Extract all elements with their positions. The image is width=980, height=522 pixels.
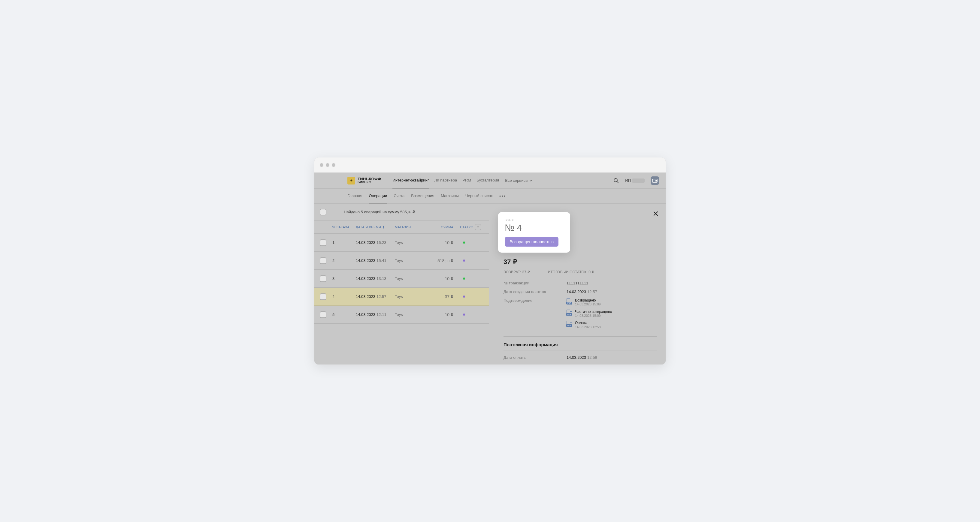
summary-prefix: Найдено 5 операций на сумму 585, — [344, 210, 408, 214]
table-row[interactable]: 2 14.03.202315:41 Toys 518,99 ₽ — [314, 252, 489, 270]
subnav-operations[interactable]: Операции — [369, 189, 387, 203]
subnav-blacklist[interactable]: Черный список — [465, 189, 493, 203]
refund-total: ВОЗВРАТ: 37 ₽ — [504, 270, 530, 274]
window-dot-max[interactable] — [332, 163, 336, 167]
close-detail-button[interactable] — [652, 210, 659, 217]
doc-item[interactable]: Оплата 14.03.2023 12:58 — [566, 321, 612, 329]
row-checkbox[interactable] — [320, 311, 326, 318]
status-dot-icon — [463, 295, 465, 298]
search-icon — [613, 178, 619, 183]
doc-item[interactable]: Частично возвращено 14.03.2023 15:09 — [566, 309, 612, 318]
subnav-home[interactable]: Главная — [347, 189, 362, 203]
doc-timestamp: 14.03.2023 15:09 — [575, 314, 612, 318]
logo[interactable]: ✦ ТИНЬКОФФ БИЗНЕС — [347, 177, 381, 184]
row-checkbox[interactable] — [320, 294, 326, 300]
logo-line-2: БИЗНЕС — [358, 181, 381, 184]
row-checkbox[interactable] — [320, 275, 326, 282]
status-dot-icon — [463, 278, 465, 279]
table-row[interactable]: 4 14.03.202312:57 Toys 37 ₽ — [314, 288, 489, 306]
close-icon — [653, 211, 659, 216]
cell-sum: 10 ₽ — [425, 312, 453, 317]
order-summary-card: заказ № 4 Возвращен полностью — [498, 212, 570, 252]
sub-nav: Главная Операции Счета Возмещения Магази… — [314, 189, 666, 204]
cell-order: 1 — [332, 240, 356, 245]
col-status: СТАТУС — [453, 224, 484, 230]
search-button[interactable] — [613, 178, 619, 184]
logo-text: ТИНЬКОФФ БИЗНЕС — [358, 177, 381, 184]
cell-status — [453, 295, 484, 298]
svg-line-1 — [617, 181, 618, 183]
kv-confirm-label: Подтверждение — [504, 298, 566, 303]
nav-prm[interactable]: PRM — [462, 173, 471, 189]
pdf-icon — [566, 321, 572, 327]
col-date[interactable]: ДАТА И ВРЕМЯ ▲▼ — [356, 225, 395, 229]
col-shop[interactable]: МАГАЗИН — [395, 225, 425, 229]
doc-title: Возвращено — [575, 298, 601, 302]
nav-accounting[interactable]: Бухгалтерия — [476, 173, 499, 189]
cell-date: 14.03.202315:41 — [356, 258, 395, 263]
body-split: Найдено 5 операций на сумму 585,99 ₽ № З… — [314, 204, 666, 365]
window-dot-min[interactable] — [326, 163, 329, 167]
status-filter-dropdown[interactable] — [475, 224, 481, 230]
cell-status — [453, 278, 484, 279]
kv-txn-value: 1111111111 — [566, 281, 588, 285]
payment-info-title: Платежная информация — [504, 342, 657, 347]
order-amount: 37 ₽ — [504, 258, 657, 266]
doc-timestamp: 14.03.2023 15:09 — [575, 302, 601, 306]
row-checkbox[interactable] — [320, 240, 326, 246]
status-dot-icon — [463, 241, 465, 244]
subnav-shops[interactable]: Магазины — [441, 189, 459, 203]
order-label: заказ — [505, 217, 563, 222]
subnav-refunds[interactable]: Возмещения — [411, 189, 434, 203]
app-content: ✦ ТИНЬКОФФ БИЗНЕС Интернет-эквайринг ЛК … — [314, 173, 666, 365]
kv-transaction: № транзакции 1111111111 — [504, 281, 657, 285]
doc-timestamp: 14.03.2023 12:58 — [575, 325, 601, 329]
order-detail-panel: заказ № 4 Возвращен полностью 37 ₽ ВОЗВР… — [489, 204, 666, 365]
user-label[interactable]: ИП — [625, 178, 644, 183]
col-status-label[interactable]: СТАТУС — [460, 225, 473, 229]
nav-all-services[interactable]: Все сервисы — [505, 178, 532, 183]
summary-row: Найдено 5 операций на сумму 585,99 ₽ — [314, 204, 489, 221]
doc-title: Частично возвращено — [575, 309, 612, 314]
row-checkbox[interactable] — [320, 257, 326, 264]
cell-shop: Toys — [395, 240, 425, 245]
subnav-more-button[interactable]: ••• — [499, 194, 506, 199]
nav-partner-lk[interactable]: ЛК партнера — [434, 173, 457, 189]
select-all-checkbox[interactable] — [320, 209, 326, 216]
docs-list: Возвращено 14.03.2023 15:09 Частично воз… — [566, 298, 612, 329]
order-number: № 4 — [505, 222, 563, 233]
cell-shop: Toys — [395, 312, 425, 317]
table-row[interactable]: 5 14.03.202312:11 Toys 10 ₽ — [314, 306, 489, 324]
table-row[interactable]: 3 14.03.202313:13 Toys 10 ₽ — [314, 270, 489, 288]
doc-item[interactable]: Возвращено 14.03.2023 15:09 — [566, 298, 612, 306]
window-dot-close[interactable] — [320, 163, 323, 167]
cell-order: 3 — [332, 276, 356, 281]
window-titlebar — [314, 157, 666, 173]
cell-status — [453, 241, 484, 244]
pdf-icon — [566, 309, 572, 316]
cell-date: 14.03.202312:11 — [356, 312, 395, 317]
pdf-icon — [566, 298, 572, 305]
main-nav: Интернет-эквайринг ЛК партнера PRM Бухга… — [393, 173, 499, 189]
cell-sum: 518,99 ₽ — [425, 258, 453, 263]
kv-txn-label: № транзакции — [504, 281, 566, 285]
nav-internet-acquiring[interactable]: Интернет-эквайринг — [393, 173, 429, 189]
table-header: № ЗАКАЗА ДАТА И ВРЕМЯ ▲▼ МАГАЗИН СУММА С… — [314, 221, 489, 234]
subnav-invoices[interactable]: Счета — [394, 189, 404, 203]
cell-date: 14.03.202312:57 — [356, 294, 395, 299]
summary-minor: 99 — [408, 210, 411, 214]
cell-shop: Toys — [395, 276, 425, 281]
cell-date: 14.03.202313:13 — [356, 276, 395, 281]
user-name-redacted — [632, 179, 644, 183]
cell-sum: 37 ₽ — [425, 294, 453, 299]
cell-order: 5 — [332, 312, 356, 317]
kv-created-date: 14.03.2023 — [566, 289, 586, 294]
cell-shop: Toys — [395, 294, 425, 299]
cell-sum: 10 ₽ — [425, 276, 453, 281]
col-sum[interactable]: СУММА — [425, 225, 453, 229]
wallet-button[interactable] — [651, 176, 659, 185]
summary-text: Найдено 5 операций на сумму 585,99 ₽ — [344, 210, 415, 214]
table-row[interactable]: 1 14.03.202316:23 Toys 10 ₽ — [314, 234, 489, 252]
col-order[interactable]: № ЗАКАЗА — [332, 225, 356, 229]
kv-confirm: Подтверждение Возвращено 14.03.2023 15:0… — [504, 298, 657, 329]
